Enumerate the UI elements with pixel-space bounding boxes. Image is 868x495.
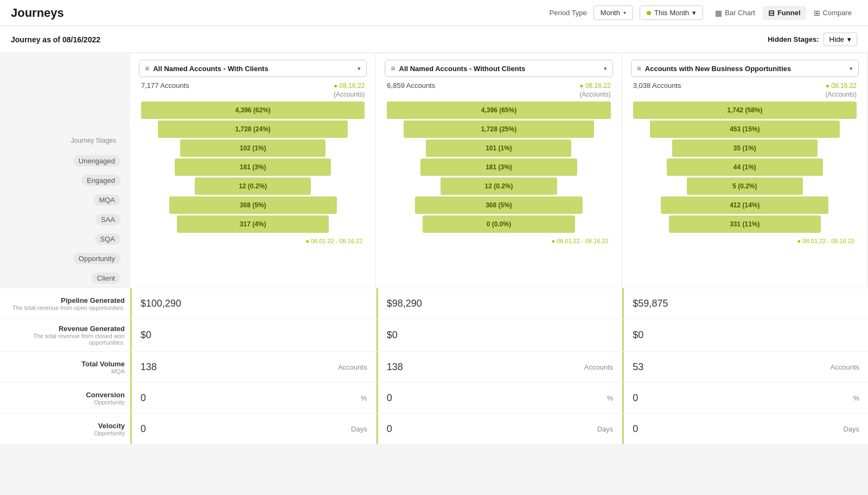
funnel-bar-row: 1,742 (58%): [633, 101, 857, 119]
funnel-bar-row: 4,396 (62%): [141, 101, 365, 119]
metric-value: $98,290: [387, 298, 422, 309]
metric-sub-label: MQA: [111, 368, 125, 375]
funnel-bar-row: 1,728 (24%): [141, 120, 365, 138]
funnel-date-badge: ● 08.16.22: [579, 82, 610, 90]
funnel-bar-4: 44 (1%): [667, 158, 824, 176]
funnel-accounts-count: 3,038 Accounts: [633, 81, 681, 90]
funnel-title-row[interactable]: ≡ All Named Accounts - Without Clients ▾: [385, 60, 612, 77]
funnel-column-2: ≡ All Named Accounts - Without Clients ▾…: [376, 53, 622, 288]
metric-inner: $0: [132, 319, 376, 351]
app-title: Journeys: [11, 6, 64, 20]
chevron-down-icon: ▾: [623, 10, 626, 16]
funnel-label: Funnel: [777, 9, 801, 17]
this-month-label: This Month: [654, 9, 689, 17]
metric-unit: Accounts: [831, 363, 859, 371]
stage-name: MQA: [93, 194, 120, 206]
bar-chart-button[interactable]: ▦ Bar Chart: [710, 6, 761, 20]
funnel-bar-5: 12 (0.2%): [195, 177, 311, 195]
funnel-shape: 4,396 (62%)1,728 (24%)102 (1%)181 (3%)12…: [130, 99, 375, 244]
metrics-row-2: Revenue Generated The total revenue from…: [0, 319, 868, 351]
accounts-label: (Accounts): [385, 91, 612, 98]
funnel-date-range: ● 08.01.22 - 08.16.22: [387, 234, 610, 244]
metric-main-label: Total Volume: [81, 360, 125, 368]
metric-label-cell: Conversion Opportunity: [0, 383, 130, 413]
stage-name: Client: [92, 272, 120, 284]
metric-value: $100,290: [141, 298, 181, 309]
accounts-label: (Accounts): [631, 91, 859, 98]
metric-value: 138: [387, 361, 403, 373]
metric-value: $0: [387, 329, 398, 341]
funnel-title-row[interactable]: ≡ All Named Accounts - With Clients ▾: [139, 60, 367, 77]
metric-sub-label: The total revenue from closed won opport…: [5, 333, 125, 346]
metric-label-cell: Velocity Opportunity: [0, 414, 130, 444]
stages-sidebar: Journey Stages UnengagedEngagedMQASAASQA…: [0, 53, 130, 288]
metric-value: 138: [141, 361, 157, 373]
funnel-date-badge: ● 08.16.22: [334, 82, 365, 90]
metric-cell-1: 0 Days: [130, 414, 376, 444]
funnel-bar-row: 181 (3%): [141, 158, 365, 176]
stage-name: Opportunity: [73, 253, 120, 264]
funnel-bar-row: 12 (0.2%): [141, 177, 365, 195]
funnel-bar-3: 35 (1%): [672, 139, 818, 157]
compare-label: Compare: [823, 9, 852, 17]
metric-value: $59,875: [633, 298, 668, 309]
funnel-bar-5: 5 (0.2%): [687, 177, 803, 195]
metric-unit: Accounts: [584, 363, 613, 371]
metric-inner: 0 Days: [624, 414, 868, 444]
funnel-date-range: ● 08.01.22 - 08.16.22: [633, 234, 857, 244]
metric-inner: $59,875: [624, 288, 868, 319]
journey-header: Journey as of 08/16/2022 Hidden Stages: …: [0, 26, 868, 53]
metric-value: 0: [387, 392, 392, 404]
stage-row: Engaged: [5, 170, 125, 190]
metric-sub-label: The total revenue from open opportunitie…: [12, 304, 125, 311]
metrics-row-5: Velocity Opportunity 0 Days 0 Days 0 Day…: [0, 413, 868, 444]
metric-cell-2: 0 Days: [376, 414, 623, 444]
metric-cell-3: 0 %: [622, 383, 868, 413]
stage-name: SQA: [95, 233, 120, 245]
funnel-accounts-count: 6,859 Accounts: [387, 81, 435, 90]
metric-inner: $0: [378, 319, 622, 351]
metric-unit: %: [607, 394, 614, 402]
metric-inner: 0 %: [624, 383, 868, 413]
funnel-bar-1: 4,396 (65%): [387, 101, 610, 119]
funnel-bar-row: 1,728 (25%): [387, 120, 610, 138]
funnel-bar-6: 368 (5%): [169, 196, 337, 214]
metric-cell-2: $0: [376, 319, 623, 351]
chart-type-group: ▦ Bar Chart ⊟ Funnel ⊞ Compare: [710, 6, 857, 20]
funnel-button[interactable]: ⊟ Funnel: [763, 6, 806, 20]
metric-cell-3: $0: [622, 319, 868, 351]
funnel-title-left: ≡ Accounts with New Business Opportuniti…: [637, 64, 792, 73]
period-type-value: Month: [601, 9, 620, 17]
stage-name: Engaged: [81, 175, 120, 186]
top-controls: Period Type Month ▾ This Month ▾ ▦ Bar C…: [550, 5, 857, 20]
metric-value: 0: [633, 392, 638, 404]
journey-date: Journey as of 08/16/2022: [11, 35, 100, 44]
this-month-dropdown[interactable]: This Month ▾: [640, 5, 703, 20]
metric-value: $0: [141, 329, 151, 341]
funnel-bar-row: 5 (0.2%): [633, 177, 857, 195]
metric-cell-3: $59,875: [622, 288, 868, 319]
hidden-stages-dropdown[interactable]: Hide ▾: [824, 33, 857, 46]
funnel-bar-row: 317 (4%): [141, 215, 365, 233]
compare-button[interactable]: ⊞ Compare: [808, 6, 857, 20]
funnel-title-row[interactable]: ≡ Accounts with New Business Opportuniti…: [631, 60, 859, 77]
funnel-bar-7: 317 (4%): [177, 215, 329, 233]
funnel-bar-row: 412 (14%): [633, 196, 857, 214]
funnel-list-icon: ≡: [637, 64, 641, 73]
funnel-bar-5: 12 (0.2%): [441, 177, 557, 195]
green-dot-icon: [647, 11, 651, 15]
funnel-title-text: All Named Accounts - Without Clients: [399, 65, 526, 73]
metric-cell-1: 0 %: [130, 383, 376, 413]
metric-inner: $0: [624, 319, 868, 351]
period-type-dropdown[interactable]: Month ▾: [593, 5, 633, 20]
stage-rows-container: UnengagedEngagedMQASAASQAOpportunityClie…: [5, 151, 125, 288]
metric-label-cell: Revenue Generated The total revenue from…: [0, 319, 130, 351]
chevron-down-icon: ▾: [604, 65, 607, 72]
funnel-bar-6: 412 (14%): [661, 196, 828, 214]
metric-value: 53: [633, 361, 643, 373]
bar-chart-icon: ▦: [715, 9, 722, 17]
stage-row: Client: [5, 268, 125, 288]
metric-cell-2: 0 %: [376, 383, 623, 413]
metric-sub-label: Opportunity: [94, 430, 125, 436]
funnel-bar-row: 101 (1%): [387, 139, 610, 157]
